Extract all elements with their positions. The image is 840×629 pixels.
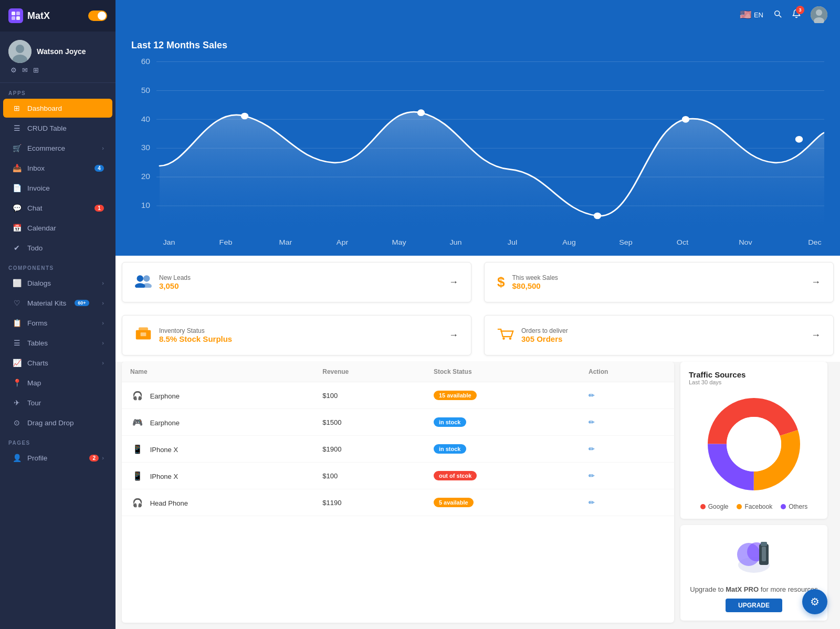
- user-avatar-topbar[interactable]: [811, 6, 827, 23]
- flag-icon: 🇺🇸: [740, 9, 751, 20]
- sidebar-item-label-dialogs: Dialogs: [27, 279, 51, 287]
- svg-text:50: 50: [141, 87, 150, 95]
- avatar: [8, 40, 32, 63]
- todo-icon: ✔: [12, 244, 22, 252]
- svg-point-23: [418, 110, 424, 116]
- svg-rect-2: [12, 16, 15, 20]
- sidebar-item-calendar[interactable]: 📅 Calendar: [3, 218, 112, 237]
- row-name-cell: 🎮 Earphone: [122, 409, 314, 436]
- svg-point-24: [594, 213, 601, 219]
- product-icon: 🎮: [130, 415, 145, 429]
- sidebar-item-inbox[interactable]: 📥 Inbox 4: [3, 159, 112, 177]
- stats-row: New Leads 3,050 → $ This week Sales $80,…: [116, 256, 840, 309]
- inventory-arrow[interactable]: →: [449, 330, 458, 341]
- upgrade-button[interactable]: UPGRADE: [726, 599, 782, 612]
- sidebar-item-dashboard[interactable]: ⊞ Dashboard: [3, 99, 112, 118]
- sidebar-item-tour[interactable]: ✈ Tour: [3, 393, 112, 412]
- svg-point-25: [682, 117, 689, 122]
- new-leads-arrow[interactable]: →: [449, 277, 458, 288]
- product-icon: 📱: [130, 468, 145, 483]
- search-button[interactable]: [773, 9, 782, 21]
- facebook-label: Facebook: [744, 503, 772, 510]
- svg-rect-45: [141, 332, 146, 336]
- product-name: Head Phone: [150, 499, 188, 507]
- product-name: IPhone X: [150, 473, 178, 480]
- sidebar-item-chat[interactable]: 💬 Chat 1: [3, 198, 112, 217]
- sidebar-item-label-todo: Todo: [27, 244, 43, 252]
- email-icon[interactable]: ✉: [22, 66, 28, 74]
- row-revenue-cell: $100: [314, 382, 425, 409]
- sidebar-item-ecommerce[interactable]: 🛒 Ecommerce ›: [3, 139, 112, 158]
- others-label: Others: [789, 503, 807, 510]
- logo-area: MatX: [8, 8, 50, 23]
- sidebar-item-label-crud-table: CRUD Table: [27, 124, 67, 132]
- drag-drop-icon: ⊙: [12, 418, 22, 427]
- sidebar-item-label-ecommerce: Ecommerce: [27, 144, 65, 152]
- sidebar-item-map[interactable]: 📍 Map: [3, 373, 112, 392]
- edit-button[interactable]: ✏: [589, 498, 595, 507]
- map-icon: 📍: [12, 379, 22, 387]
- sidebar-item-todo[interactable]: ✔ Todo: [3, 238, 112, 257]
- sidebar-item-charts[interactable]: 📈 Charts ›: [3, 353, 112, 372]
- material-kits-badge: 60+: [75, 300, 89, 306]
- row-action-cell: ✏: [580, 382, 674, 409]
- chat-badge: 1: [94, 205, 104, 212]
- user-profile: Watson Joyce ⚙ ✉ ⊞: [0, 32, 116, 83]
- row-status-cell: 15 available: [425, 382, 580, 409]
- app-name: MatX: [27, 11, 50, 22]
- orders-label: Orders to deliver: [521, 327, 568, 334]
- sidebar-item-forms[interactable]: 📋 Forms ›: [3, 313, 112, 332]
- more-icon[interactable]: ⊞: [33, 66, 39, 74]
- notifications-badge: 3: [796, 6, 804, 14]
- product-name: Earphone: [150, 392, 180, 400]
- main-content: 🇺🇸 EN 3 Last 12 Months Sales: [116, 0, 840, 629]
- language-selector[interactable]: 🇺🇸 EN: [740, 9, 763, 20]
- svg-text:Jun: Jun: [449, 239, 461, 246]
- svg-text:Jan: Jan: [163, 239, 175, 246]
- forms-icon: 📋: [12, 319, 22, 327]
- sidebar-item-label-inbox: Inbox: [27, 164, 45, 172]
- sidebar-item-invoice[interactable]: 📄 Invoice: [3, 179, 112, 197]
- weekly-sales-arrow[interactable]: →: [811, 277, 821, 288]
- product-icon: 📱: [130, 442, 145, 456]
- notifications-button[interactable]: 3: [792, 8, 801, 22]
- fab-button[interactable]: ⚙: [802, 589, 827, 614]
- settings-icon[interactable]: ⚙: [10, 66, 17, 74]
- status-badge: 15 available: [434, 391, 477, 400]
- sidebar-item-drag-drop[interactable]: ⊙ Drag and Drop: [3, 413, 112, 432]
- sidebar-item-dialogs[interactable]: ⬜ Dialogs ›: [3, 274, 112, 292]
- edit-button[interactable]: ✏: [589, 445, 595, 453]
- dashboard-icon: ⊞: [12, 104, 22, 112]
- chevron-right-icon: ›: [102, 360, 104, 366]
- sidebar-item-profile[interactable]: 👤 Profile 2 ›: [3, 448, 112, 467]
- svg-text:Feb: Feb: [219, 239, 233, 246]
- profile-badge: 2: [89, 455, 99, 462]
- svg-point-26: [796, 137, 802, 142]
- svg-text:Mar: Mar: [279, 239, 292, 246]
- edit-button[interactable]: ✏: [589, 391, 595, 400]
- svg-text:Nov: Nov: [739, 239, 752, 246]
- charts-icon: 📈: [12, 359, 22, 367]
- svg-point-51: [727, 417, 781, 471]
- inbox-badge: 4: [94, 165, 104, 172]
- sidebar-item-tables[interactable]: ☰ Tables ›: [3, 333, 112, 352]
- stat-card-orders: Orders to deliver 305 Orders →: [484, 315, 834, 355]
- topbar: 🇺🇸 EN 3: [116, 0, 840, 29]
- edit-button[interactable]: ✏: [589, 418, 595, 426]
- weekly-sales-icon: $: [497, 274, 505, 290]
- svg-rect-44: [139, 327, 148, 332]
- svg-rect-56: [761, 542, 767, 546]
- edit-button[interactable]: ✏: [589, 471, 595, 480]
- row-revenue-cell: $1190: [314, 489, 425, 516]
- svg-rect-57: [762, 547, 766, 561]
- sidebar-item-material-kits[interactable]: ♡ Material Kits 60+ ›: [3, 293, 112, 312]
- right-panel: Traffic Sources Last 30 days: [680, 362, 834, 623]
- orders-arrow[interactable]: →: [811, 330, 821, 341]
- svg-rect-0: [12, 12, 15, 15]
- product-table: Name Revenue Stock Status Action 🎧 Earph…: [122, 362, 674, 516]
- chart-section: Last 12 Months Sales 60 50 40 30 20: [116, 29, 840, 256]
- orders-icon: [497, 326, 514, 344]
- sidebar-item-crud-table[interactable]: ☰ CRUD Table: [3, 119, 112, 138]
- donut-svg: [701, 392, 806, 497]
- theme-toggle[interactable]: [88, 11, 107, 21]
